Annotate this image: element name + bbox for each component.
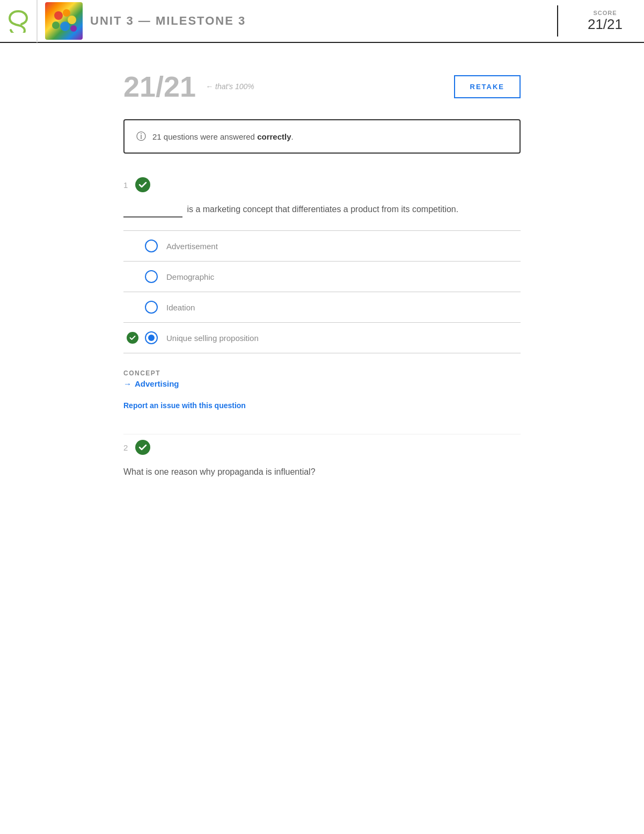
concept-link[interactable]: → Advertising — [123, 379, 521, 388]
question-1-header: 1 — [123, 177, 521, 192]
concept-text: Advertising — [135, 379, 179, 388]
info-icon: ⓘ — [136, 130, 146, 143]
info-text: 21 questions were answered correctly. — [152, 132, 294, 141]
score-row: 21/21 ← that's 100% RETAKE — [123, 70, 521, 103]
question-1-blank — [123, 202, 182, 217]
question-1-number: 1 — [123, 180, 128, 190]
option-advertisement-label: Advertisement — [166, 242, 218, 251]
correctly-emphasis: correctly — [257, 132, 291, 141]
option-demographic-label: Demographic — [166, 272, 214, 281]
check-icon-small — [129, 335, 136, 341]
option-correct-check — [127, 332, 138, 344]
score-note: ← that's 100% — [206, 82, 254, 91]
svg-point-1 — [63, 9, 70, 17]
question-1-text: is a marketing concept that differentiat… — [123, 202, 521, 217]
header: UNIT 3 — MILESTONE 3 SCORE 21/21 — [0, 0, 644, 43]
check-icon-q2 — [138, 443, 147, 452]
s-logo-icon — [6, 9, 30, 33]
score-value: 21/21 — [588, 16, 623, 33]
radio-advertisement[interactable] — [145, 240, 158, 252]
svg-point-3 — [52, 21, 60, 29]
question-2-correct-badge — [135, 440, 150, 455]
score-label: SCORE — [588, 10, 623, 16]
option-demographic[interactable]: Demographic — [123, 261, 521, 292]
svg-point-2 — [68, 16, 76, 24]
report-issue-link[interactable]: Report an issue with this question — [123, 401, 246, 410]
option-ideation[interactable]: Ideation — [123, 292, 521, 322]
correct-indicator — [127, 332, 138, 344]
question-2-number: 2 — [123, 443, 128, 452]
question-1-block: 1 is a marketing concept that differenti… — [123, 177, 521, 410]
header-score: SCORE 21/21 — [588, 10, 623, 33]
question-1-correct-badge — [135, 177, 150, 192]
check-icon — [138, 180, 147, 189]
option-usp[interactable]: Unique selling proposition — [123, 322, 521, 353]
question-2-text: What is one reason why propaganda is inf… — [123, 465, 521, 479]
concept-label: CONCEPT — [123, 369, 521, 377]
svg-point-5 — [70, 25, 77, 32]
question-2-block: 2 What is one reason why propaganda is i… — [123, 434, 521, 479]
options-list: Advertisement Demographic Ideation — [123, 230, 521, 353]
score-big: 21/21 ← that's 100% — [123, 70, 254, 103]
concept-arrow: → — [123, 379, 131, 388]
svg-point-4 — [60, 21, 70, 31]
retake-button[interactable]: RETAKE — [454, 75, 521, 98]
concept-section: CONCEPT → Advertising — [123, 369, 521, 388]
info-box: ⓘ 21 questions were answered correctly. — [123, 119, 521, 154]
correct-count: 21 — [152, 132, 162, 141]
header-divider — [557, 5, 558, 37]
main-content: 21/21 ← that's 100% RETAKE ⓘ 21 question… — [102, 43, 542, 530]
radio-ideation[interactable] — [145, 301, 158, 314]
app-logo — [0, 0, 38, 42]
option-ideation-label: Ideation — [166, 303, 195, 312]
svg-point-0 — [54, 11, 63, 20]
option-usp-label: Unique selling proposition — [166, 333, 259, 343]
question-2-header: 2 — [123, 440, 521, 455]
radio-demographic[interactable] — [145, 270, 158, 283]
score-fraction: 21/21 — [123, 70, 196, 103]
unit-image — [45, 2, 83, 40]
unit-title: UNIT 3 — MILESTONE 3 — [90, 14, 246, 28]
radio-usp[interactable] — [145, 331, 158, 344]
option-advertisement[interactable]: Advertisement — [123, 230, 521, 261]
